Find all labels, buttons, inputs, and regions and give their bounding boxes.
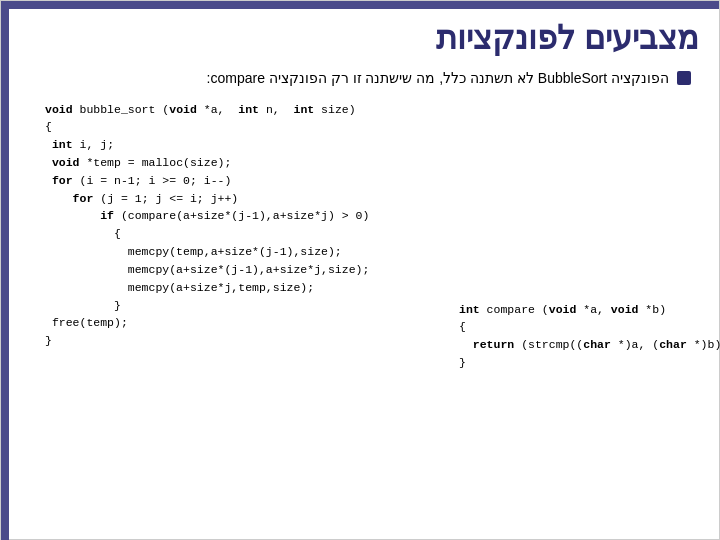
top-bar	[1, 1, 719, 9]
bullet-icon	[677, 71, 691, 85]
slide: מצביעים לפונקציות הפונקציה BubbleSort לא…	[0, 0, 720, 540]
code-main: void bubble_sort (void *a, int n, int si…	[45, 101, 439, 372]
left-bar	[1, 9, 9, 540]
bullet-section: הפונקציה BubbleSort לא תשתנה כלל, מה שיש…	[29, 69, 699, 89]
code-main-block: void bubble_sort (void *a, int n, int si…	[45, 101, 439, 350]
slide-title: מצביעים לפונקציות	[29, 19, 699, 57]
code-secondary-block: int compare (void *a, void *b) { return …	[459, 301, 699, 372]
code-secondary: int compare (void *a, void *b) { return …	[459, 301, 699, 372]
bullet-text: הפונקציה BubbleSort לא תשתנה כלל, מה שיש…	[207, 69, 669, 89]
content: מצביעים לפונקציות הפונקציה BubbleSort לא…	[1, 9, 719, 382]
code-area: void bubble_sort (void *a, int n, int si…	[29, 101, 699, 372]
